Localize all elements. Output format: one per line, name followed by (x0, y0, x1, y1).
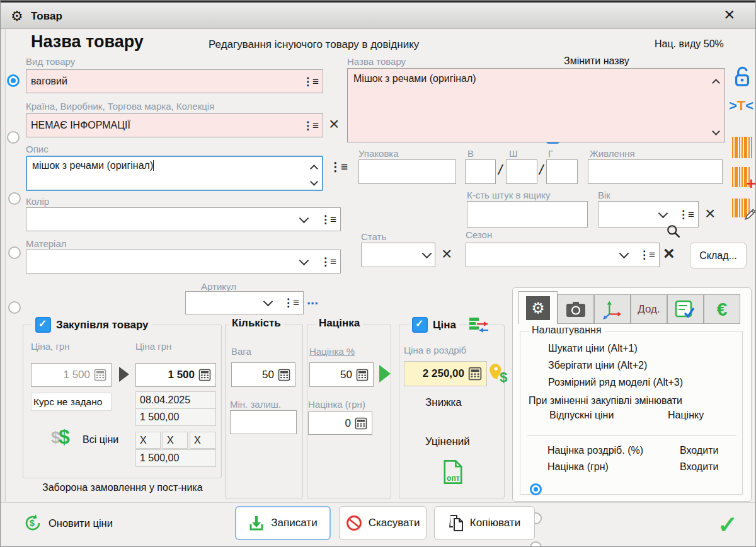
close-button[interactable]: × (724, 4, 735, 25)
price-uah2-field[interactable]: 1 500 (135, 363, 216, 387)
tab-settings[interactable]: ⚙ (518, 291, 558, 324)
country-clear-button[interactable]: × (329, 115, 339, 133)
tab-currency[interactable]: € (704, 294, 740, 324)
left-splitter[interactable] (1, 29, 6, 502)
height-field[interactable] (465, 159, 496, 184)
list-icon[interactable]: ⋮≡ (302, 76, 318, 87)
x-cell-3[interactable]: X (190, 432, 216, 449)
search-icon[interactable] (666, 224, 681, 239)
per-box-field[interactable] (467, 201, 588, 227)
calc-icon[interactable] (94, 369, 106, 381)
x-cell-2[interactable]: X (163, 432, 188, 449)
sku-combo[interactable]: ⋮≡ (185, 291, 304, 314)
description-list-icon[interactable]: ⋮≡ (329, 161, 347, 173)
calc-icon[interactable] (468, 367, 482, 381)
update-prices-button[interactable]: $ Оновити ціни (23, 514, 113, 533)
calc-icon[interactable] (356, 369, 369, 381)
width-field[interactable] (506, 159, 537, 184)
markup-percent-field[interactable]: 50 (309, 362, 374, 387)
fit-text-icon[interactable]: >T< (729, 98, 753, 114)
gender-clear-button[interactable]: × (442, 245, 452, 263)
cancel-button[interactable]: Скасувати (339, 506, 427, 540)
calc-icon[interactable] (278, 369, 290, 381)
age-clear-button[interactable]: × (705, 205, 715, 222)
package-field[interactable] (358, 159, 456, 184)
list-icon[interactable]: ⋮≡ (320, 256, 336, 267)
barcode-add-icon[interactable]: + (732, 167, 751, 187)
color-combo[interactable]: ⋮≡ (26, 207, 341, 231)
material-radio[interactable] (8, 301, 21, 314)
description-radio[interactable] (8, 192, 21, 205)
dropdown-chevron-icon[interactable] (422, 249, 432, 259)
min-stock-field[interactable] (230, 410, 297, 434)
forbid-label: Заборона замовлення у пост-ника (42, 482, 203, 493)
transfer-arrow-icon[interactable] (119, 367, 129, 382)
season-clear-button[interactable]: × (663, 244, 675, 263)
all-prices-icon[interactable]: $ $ (51, 427, 80, 452)
scroll-down-icon[interactable] (712, 127, 720, 135)
purchase-checkbox[interactable] (35, 317, 51, 333)
country-field[interactable]: НЕМАЄ ІНФОРМАЦІЇ ⋮≡ (26, 113, 323, 137)
barcode-icon[interactable] (732, 137, 753, 158)
age-combo[interactable]: ⋮≡ (598, 201, 699, 227)
dropdown-chevron-icon[interactable] (299, 213, 309, 223)
product-name-value: Мішок з речами (оригінал) (353, 73, 476, 84)
price-tag-icon[interactable]: $ (490, 362, 511, 386)
tab-checklist[interactable] (667, 294, 704, 324)
tab-photo[interactable] (558, 294, 594, 324)
dropdown-chevron-icon[interactable] (619, 249, 629, 259)
titlebar: ⚙ Товар × (1, 1, 756, 29)
dropdown-chevron-icon[interactable] (299, 255, 309, 265)
confirm-check-icon[interactable]: ✓ (718, 511, 738, 539)
lock-open-icon[interactable] (733, 66, 752, 88)
apply-arrow-icon[interactable] (379, 365, 391, 383)
dropdown-chevron-icon[interactable] (263, 297, 273, 307)
calc-icon[interactable] (355, 417, 367, 430)
per-box-label: К-сть штук в ящику (467, 190, 551, 200)
price-uah-field[interactable]: 1 500 (31, 363, 112, 387)
markup-percent-label[interactable]: Націнка % (309, 346, 355, 357)
x-cell-1[interactable]: X (135, 432, 161, 449)
country-radio[interactable] (7, 131, 20, 144)
tab-dimensions[interactable] (594, 294, 631, 324)
tab-additional[interactable]: Дод. (631, 294, 667, 324)
page-title: Назва товару (31, 32, 144, 52)
material-combo[interactable]: ⋮≡ (26, 250, 341, 274)
list-icon[interactable]: ⋮≡ (639, 250, 655, 260)
x-value: X (167, 435, 174, 446)
list-icon[interactable]: ⋮≡ (302, 120, 318, 131)
radio-search-prices[interactable] (530, 483, 542, 495)
depth-field[interactable] (546, 159, 578, 184)
sku-more-ellipsis[interactable]: ... (307, 292, 318, 308)
product-name-field[interactable]: Мішок з речами (оригінал) (347, 68, 725, 142)
color-radio[interactable] (8, 246, 21, 259)
radio-size-row[interactable] (530, 541, 542, 547)
list-icon[interactable]: ⋮≡ (283, 297, 299, 308)
power-field[interactable] (588, 159, 723, 184)
scroll-down-icon[interactable] (310, 178, 318, 186)
weight-field[interactable]: 50 (231, 362, 295, 387)
window-title: Товар (31, 10, 62, 23)
gender-combo[interactable] (361, 243, 435, 267)
quantity-title: Кількість (232, 317, 281, 330)
description-field[interactable]: мішок з речами (оригінал) (26, 156, 323, 191)
price-transfer-icon[interactable] (468, 316, 491, 336)
stock-button[interactable]: Склад... (690, 243, 747, 268)
dropdown-chevron-icon[interactable] (658, 208, 668, 218)
list-icon[interactable]: ⋮≡ (678, 209, 694, 220)
scroll-up-icon[interactable] (712, 79, 720, 87)
retail-price-field[interactable]: 2 250,00 (404, 361, 487, 386)
barcode-edit-icon[interactable] (732, 199, 750, 217)
save-button[interactable]: Записати (235, 506, 331, 540)
markup-uah-field[interactable]: 0 (308, 412, 372, 435)
scroll-up-icon[interactable] (310, 164, 318, 173)
product-type-radio[interactable] (7, 74, 20, 87)
list-icon[interactable]: ⋮≡ (320, 214, 336, 225)
opt-document-icon[interactable]: опт (440, 458, 466, 486)
price-checkbox[interactable] (412, 317, 428, 333)
product-type-field[interactable]: ваговий ⋮≡ (26, 69, 323, 93)
copy-button[interactable]: Копіювати (434, 506, 535, 540)
all-prices-label: Всі ціни (83, 434, 118, 446)
season-combo[interactable]: ⋮≡ (466, 243, 660, 267)
calc-icon[interactable] (198, 369, 211, 381)
